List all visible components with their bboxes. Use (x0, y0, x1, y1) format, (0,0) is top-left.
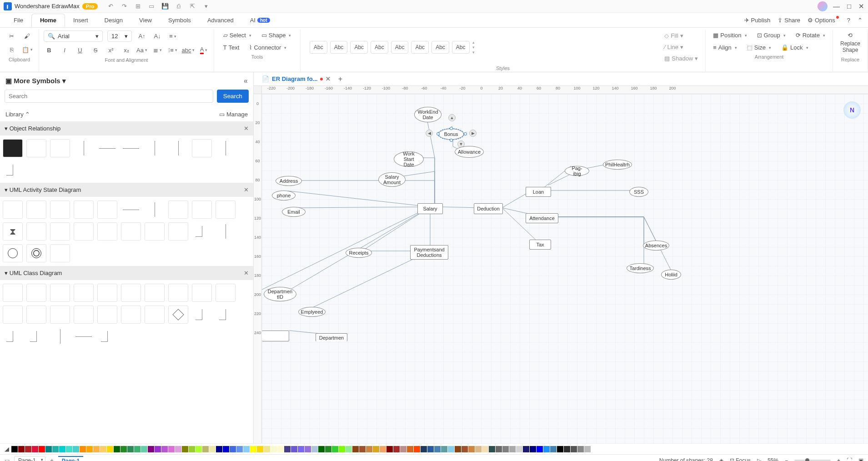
help-icon[interactable]: ? (847, 17, 850, 24)
print-icon[interactable]: ⎙ (175, 3, 182, 10)
color-swatch[interactable] (39, 446, 45, 452)
shape-thumb[interactable] (50, 327, 70, 346)
align-h-icon[interactable]: ≡ (167, 31, 178, 42)
color-swatch[interactable] (120, 446, 127, 452)
share-button[interactable]: ⇪Share (778, 17, 800, 24)
color-swatch[interactable] (393, 446, 400, 452)
shape-thumb[interactable] (3, 222, 23, 241)
color-swatch[interactable] (577, 446, 584, 452)
color-swatch[interactable] (223, 446, 229, 452)
shape-thumb[interactable] (3, 200, 23, 219)
color-swatch[interactable] (441, 446, 447, 452)
redo-icon[interactable]: ↷ (120, 3, 128, 10)
color-swatch[interactable] (489, 446, 495, 452)
styles-up-icon[interactable]: ▴ (472, 40, 475, 45)
color-swatch[interactable] (455, 446, 461, 452)
color-swatch[interactable] (168, 446, 175, 452)
add-tab-button[interactable]: + (335, 74, 345, 84)
color-swatch[interactable] (373, 446, 379, 452)
shape-thumb[interactable] (26, 222, 46, 241)
color-swatch[interactable] (11, 446, 18, 452)
ai-assistant-badge[interactable]: N (843, 101, 861, 119)
underline-icon[interactable]: U (75, 45, 85, 55)
menu-home[interactable]: Home (31, 14, 65, 27)
color-swatch[interactable] (284, 446, 291, 452)
color-swatch[interactable] (564, 446, 570, 452)
shape-thumb[interactable] (145, 284, 165, 302)
node-loan[interactable]: Loan (526, 187, 551, 197)
manage-link[interactable]: ▭ Manage (219, 111, 248, 118)
color-swatch[interactable] (427, 446, 434, 452)
shape-thumb[interactable] (50, 200, 70, 219)
shape-thumb[interactable] (97, 222, 117, 241)
shape-thumb[interactable] (97, 306, 117, 324)
shape-thumb[interactable] (145, 306, 165, 324)
undo-icon[interactable]: ↶ (107, 3, 114, 10)
user-avatar[interactable] (818, 1, 828, 11)
arrow-handle-left[interactable]: ◀ (426, 130, 433, 137)
color-swatch[interactable] (407, 446, 413, 452)
play-icon[interactable]: ▷ (757, 457, 761, 461)
shape-thumb[interactable] (145, 222, 165, 241)
shape-thumb[interactable] (74, 306, 94, 324)
color-swatch[interactable] (352, 446, 359, 452)
minimize-icon[interactable]: — (833, 2, 840, 10)
color-swatch[interactable] (250, 446, 256, 452)
export-icon[interactable]: ⇱ (189, 3, 196, 10)
shape-thumb[interactable] (50, 284, 70, 302)
color-swatch[interactable] (475, 446, 482, 452)
shape-thumb[interactable] (216, 200, 236, 219)
menu-view[interactable]: View (131, 14, 160, 26)
style-preset-2[interactable]: Abc (330, 41, 348, 54)
color-swatch[interactable] (134, 446, 140, 452)
save-icon[interactable]: 💾 (161, 3, 169, 10)
color-swatch[interactable] (462, 446, 468, 452)
shape-thumb[interactable] (192, 222, 212, 241)
shape-thumb[interactable] (168, 306, 188, 324)
styles-down-icon[interactable]: ▾ (472, 45, 475, 50)
shape-thumb[interactable] (3, 244, 23, 262)
node-tax[interactable]: Tax (529, 240, 551, 250)
color-swatch[interactable] (236, 446, 243, 452)
shape-thumb[interactable] (168, 200, 188, 219)
color-swatch[interactable] (216, 446, 222, 452)
line-dropdown[interactable]: ∕ Line ▾ (662, 42, 701, 52)
node-absences[interactable]: Absences (643, 241, 669, 251)
color-swatch[interactable] (311, 446, 318, 452)
color-swatch[interactable] (45, 446, 52, 452)
font-color-icon[interactable]: A (198, 45, 209, 55)
highlight-icon[interactable]: abc (183, 45, 194, 55)
color-swatch[interactable] (359, 446, 366, 452)
close-cat-icon[interactable]: ✕ (244, 186, 249, 193)
shape-thumb[interactable] (74, 284, 94, 302)
connector-tool[interactable]: ⌇ Connector (246, 43, 289, 52)
node-receipts[interactable]: Receipts (346, 248, 372, 258)
node-philhealth[interactable]: PhilHealtrh (603, 160, 632, 170)
cut-icon[interactable]: ✂ (6, 30, 17, 41)
color-swatch[interactable] (80, 446, 86, 452)
shape-thumb[interactable] (3, 327, 23, 346)
color-swatch[interactable] (175, 446, 181, 452)
color-swatch[interactable] (161, 446, 168, 452)
color-swatch[interactable] (414, 446, 420, 452)
page-tab[interactable]: Page-1 (58, 456, 83, 461)
shape-thumb[interactable] (97, 284, 117, 302)
style-preset-7[interactable]: Abc (431, 41, 449, 54)
shape-thumb[interactable] (216, 139, 236, 157)
shape-thumb[interactable] (26, 284, 46, 302)
color-swatch[interactable] (52, 446, 59, 452)
color-swatch[interactable] (209, 446, 216, 452)
shape-thumb[interactable] (74, 327, 94, 346)
color-swatch[interactable] (434, 446, 441, 452)
color-swatch[interactable] (482, 446, 488, 452)
cat-object-relationship[interactable]: ▾ Object Relationship ✕ (0, 121, 253, 135)
collapse-sidebar-icon[interactable]: « (244, 77, 248, 85)
paste-icon[interactable]: 📋 (22, 44, 33, 55)
collapse-ribbon-icon[interactable]: ⌃ (858, 17, 863, 24)
node-salary[interactable]: Salary (417, 203, 443, 214)
more-icon[interactable]: ▾ (202, 3, 210, 10)
close-cat-icon[interactable]: ✕ (244, 270, 249, 276)
color-swatch[interactable] (584, 446, 591, 452)
arrow-handle-up[interactable]: ▲ (448, 114, 456, 121)
color-swatch[interactable] (339, 446, 345, 452)
